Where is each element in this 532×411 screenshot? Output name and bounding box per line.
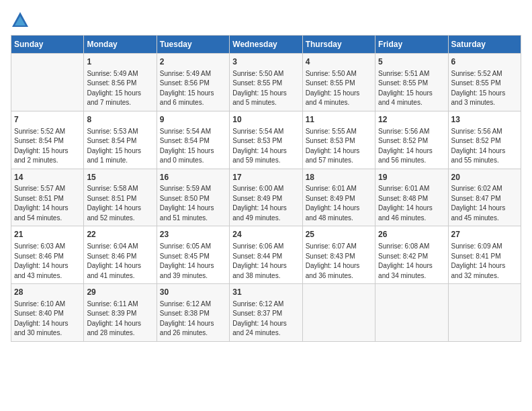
day-number: 21 [14, 229, 81, 240]
cell-content: Sunrise: 5:56 AMSunset: 8:52 PMDaylight:… [451, 127, 518, 166]
page-header [11, 11, 521, 32]
table-cell: 19Sunrise: 6:01 AMSunset: 8:48 PMDayligh… [375, 169, 448, 226]
table-cell: 13Sunrise: 5:56 AMSunset: 8:52 PMDayligh… [448, 111, 521, 169]
table-cell: 26Sunrise: 6:08 AMSunset: 8:42 PMDayligh… [375, 226, 448, 284]
table-cell: 18Sunrise: 6:01 AMSunset: 8:49 PMDayligh… [302, 169, 375, 226]
table-cell: 12Sunrise: 5:56 AMSunset: 8:52 PMDayligh… [375, 111, 448, 169]
table-cell [375, 284, 448, 342]
table-cell: 30Sunrise: 6:12 AMSunset: 8:38 PMDayligh… [157, 284, 229, 342]
cell-content: Sunrise: 5:58 AMSunset: 8:51 PMDaylight:… [87, 184, 153, 223]
cell-content: Sunrise: 6:06 AMSunset: 8:44 PMDaylight:… [232, 242, 299, 281]
cell-content: Sunrise: 6:07 AMSunset: 8:43 PMDaylight:… [306, 242, 372, 281]
day-number: 1 [87, 56, 153, 68]
cell-content: Sunrise: 5:51 AMSunset: 8:55 PMDaylight:… [378, 69, 445, 108]
cell-content: Sunrise: 6:12 AMSunset: 8:37 PMDaylight:… [232, 300, 299, 338]
cell-content: Sunrise: 6:10 AMSunset: 8:40 PMDaylight:… [14, 300, 81, 338]
cell-content: Sunrise: 6:08 AMSunset: 8:42 PMDaylight:… [378, 242, 445, 281]
table-cell: 9Sunrise: 5:54 AMSunset: 8:54 PMDaylight… [157, 111, 229, 169]
table-cell: 2Sunrise: 5:49 AMSunset: 8:56 PMDaylight… [157, 54, 229, 111]
table-cell [448, 284, 521, 342]
table-cell: 23Sunrise: 6:05 AMSunset: 8:45 PMDayligh… [157, 226, 229, 284]
table-cell: 16Sunrise: 5:59 AMSunset: 8:50 PMDayligh… [157, 169, 229, 226]
cell-content: Sunrise: 5:54 AMSunset: 8:54 PMDaylight:… [160, 127, 226, 166]
table-cell: 17Sunrise: 6:00 AMSunset: 8:49 PMDayligh… [230, 169, 302, 226]
table-cell: 25Sunrise: 6:07 AMSunset: 8:43 PMDayligh… [302, 226, 375, 284]
day-number: 29 [87, 287, 153, 298]
cell-content: Sunrise: 5:55 AMSunset: 8:53 PMDaylight:… [306, 127, 372, 166]
cell-content: Sunrise: 5:49 AMSunset: 8:56 PMDaylight:… [160, 69, 226, 108]
cell-content: Sunrise: 5:54 AMSunset: 8:53 PMDaylight:… [232, 127, 299, 166]
table-cell: 20Sunrise: 6:02 AMSunset: 8:47 PMDayligh… [448, 169, 521, 226]
cell-content: Sunrise: 6:00 AMSunset: 8:49 PMDaylight:… [232, 184, 299, 223]
table-cell: 1Sunrise: 5:49 AMSunset: 8:56 PMDaylight… [84, 54, 157, 111]
day-number: 22 [87, 229, 153, 240]
day-number: 30 [160, 287, 226, 298]
table-cell: 28Sunrise: 6:10 AMSunset: 8:40 PMDayligh… [11, 284, 84, 342]
week-row-4: 21Sunrise: 6:03 AMSunset: 8:46 PMDayligh… [11, 226, 521, 284]
day-number: 15 [87, 172, 153, 183]
cell-content: Sunrise: 6:02 AMSunset: 8:47 PMDaylight:… [451, 184, 518, 223]
calendar-table: SundayMondayTuesdayWednesdayThursdayFrid… [11, 35, 521, 342]
logo-icon [11, 11, 30, 32]
cell-content: Sunrise: 5:49 AMSunset: 8:56 PMDaylight:… [87, 69, 153, 108]
cell-content: Sunrise: 5:50 AMSunset: 8:55 PMDaylight:… [306, 69, 372, 108]
cell-content: Sunrise: 5:52 AMSunset: 8:54 PMDaylight:… [14, 127, 81, 166]
day-number: 10 [232, 114, 299, 126]
cell-content: Sunrise: 6:11 AMSunset: 8:39 PMDaylight:… [87, 300, 153, 338]
header-wednesday: Wednesday [230, 36, 302, 54]
day-number: 31 [232, 287, 299, 298]
header-saturday: Saturday [448, 36, 521, 54]
week-row-2: 7Sunrise: 5:52 AMSunset: 8:54 PMDaylight… [11, 111, 521, 169]
week-row-5: 28Sunrise: 6:10 AMSunset: 8:40 PMDayligh… [11, 284, 521, 342]
table-cell: 3Sunrise: 5:50 AMSunset: 8:55 PMDaylight… [230, 54, 302, 111]
table-cell: 29Sunrise: 6:11 AMSunset: 8:39 PMDayligh… [84, 284, 157, 342]
calendar-header-row: SundayMondayTuesdayWednesdayThursdayFrid… [11, 36, 521, 54]
header-monday: Monday [84, 36, 157, 54]
cell-content: Sunrise: 5:52 AMSunset: 8:55 PMDaylight:… [451, 69, 518, 108]
table-cell: 11Sunrise: 5:55 AMSunset: 8:53 PMDayligh… [302, 111, 375, 169]
day-number: 28 [14, 287, 81, 298]
table-cell: 7Sunrise: 5:52 AMSunset: 8:54 PMDaylight… [11, 111, 84, 169]
cell-content: Sunrise: 5:56 AMSunset: 8:52 PMDaylight:… [378, 127, 445, 166]
week-row-3: 14Sunrise: 5:57 AMSunset: 8:51 PMDayligh… [11, 169, 521, 226]
cell-content: Sunrise: 5:53 AMSunset: 8:54 PMDaylight:… [87, 127, 153, 166]
header-tuesday: Tuesday [157, 36, 229, 54]
table-cell: 21Sunrise: 6:03 AMSunset: 8:46 PMDayligh… [11, 226, 84, 284]
cell-content: Sunrise: 6:03 AMSunset: 8:46 PMDaylight:… [14, 242, 81, 281]
day-number: 17 [232, 172, 299, 183]
cell-content: Sunrise: 6:05 AMSunset: 8:45 PMDaylight:… [160, 242, 226, 281]
table-cell: 27Sunrise: 6:09 AMSunset: 8:41 PMDayligh… [448, 226, 521, 284]
day-number: 8 [87, 114, 153, 126]
table-cell: 4Sunrise: 5:50 AMSunset: 8:55 PMDaylight… [302, 54, 375, 111]
day-number: 4 [306, 56, 372, 68]
day-number: 5 [378, 56, 445, 68]
header-thursday: Thursday [302, 36, 375, 54]
table-cell: 22Sunrise: 6:04 AMSunset: 8:46 PMDayligh… [84, 226, 157, 284]
day-number: 18 [306, 172, 372, 183]
day-number: 27 [451, 229, 518, 240]
day-number: 20 [451, 172, 518, 183]
day-number: 16 [160, 172, 226, 183]
day-number: 13 [451, 114, 518, 126]
table-cell: 31Sunrise: 6:12 AMSunset: 8:37 PMDayligh… [230, 284, 302, 342]
table-cell: 10Sunrise: 5:54 AMSunset: 8:53 PMDayligh… [230, 111, 302, 169]
day-number: 25 [306, 229, 372, 240]
header-friday: Friday [375, 36, 448, 54]
day-number: 3 [232, 56, 299, 68]
table-cell: 24Sunrise: 6:06 AMSunset: 8:44 PMDayligh… [230, 226, 302, 284]
header-sunday: Sunday [11, 36, 84, 54]
day-number: 9 [160, 114, 226, 126]
table-cell: 8Sunrise: 5:53 AMSunset: 8:54 PMDaylight… [84, 111, 157, 169]
cell-content: Sunrise: 5:50 AMSunset: 8:55 PMDaylight:… [232, 69, 299, 108]
cell-content: Sunrise: 6:04 AMSunset: 8:46 PMDaylight:… [87, 242, 153, 281]
table-cell: 5Sunrise: 5:51 AMSunset: 8:55 PMDaylight… [375, 54, 448, 111]
day-number: 14 [14, 172, 81, 183]
table-cell [302, 284, 375, 342]
day-number: 7 [14, 114, 81, 126]
table-cell: 14Sunrise: 5:57 AMSunset: 8:51 PMDayligh… [11, 169, 84, 226]
day-number: 26 [378, 229, 445, 240]
table-cell: 6Sunrise: 5:52 AMSunset: 8:55 PMDaylight… [448, 54, 521, 111]
logo [11, 11, 31, 32]
table-cell: 15Sunrise: 5:58 AMSunset: 8:51 PMDayligh… [84, 169, 157, 226]
cell-content: Sunrise: 6:12 AMSunset: 8:38 PMDaylight:… [160, 300, 226, 338]
